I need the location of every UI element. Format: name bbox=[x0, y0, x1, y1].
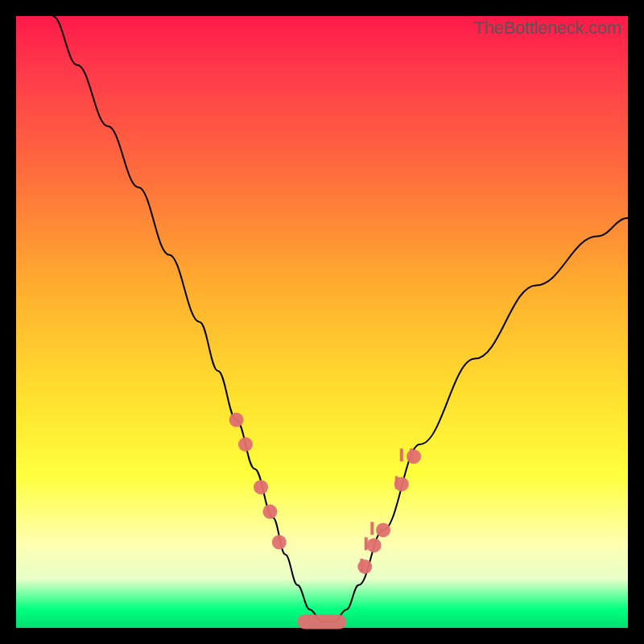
data-point bbox=[367, 538, 382, 552]
data-point bbox=[254, 480, 268, 494]
bottleneck-curve bbox=[53, 16, 628, 621]
data-point bbox=[229, 413, 244, 427]
data-point bbox=[238, 437, 253, 452]
data-markers bbox=[229, 413, 421, 630]
chart-area: TheBottleneck.com bbox=[16, 16, 628, 628]
bottom-plateau bbox=[298, 614, 347, 629]
bottleneck-plot bbox=[16, 16, 628, 628]
data-point bbox=[407, 449, 421, 464]
data-point bbox=[357, 559, 372, 574]
data-point bbox=[376, 522, 390, 537]
data-point bbox=[272, 535, 287, 550]
data-point bbox=[262, 505, 277, 519]
